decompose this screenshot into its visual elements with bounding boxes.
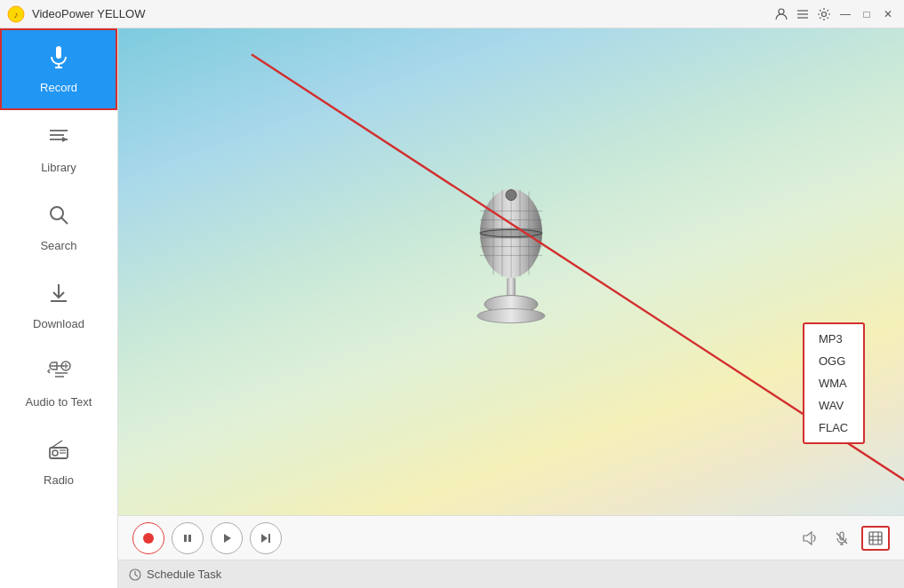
search-icon (46, 203, 71, 234)
next-button[interactable] (250, 522, 282, 554)
svg-line-64 (135, 575, 138, 576)
svg-rect-7 (56, 46, 61, 59)
sidebar-item-search-label: Search (40, 239, 76, 252)
svg-rect-57 (869, 532, 882, 544)
sidebar-item-audio-to-text-label: Audio to Text (26, 395, 92, 409)
volume-button[interactable] (797, 526, 822, 551)
record-button[interactable] (132, 522, 164, 554)
sidebar: Record Library Search (0, 28, 118, 588)
svg-point-43 (477, 309, 545, 323)
radio-icon (46, 437, 71, 468)
user-icon[interactable] (772, 5, 790, 23)
svg-point-2 (779, 9, 784, 14)
record-background: MP3 OGG WMA WAV FLAC (118, 28, 904, 515)
format-button[interactable] (861, 526, 890, 551)
app-logo: ♪ (7, 5, 25, 23)
format-flac[interactable]: FLAC (804, 417, 863, 439)
sidebar-item-search[interactable]: Search (0, 188, 117, 266)
svg-line-25 (52, 441, 62, 448)
content-area: MP3 OGG WMA WAV FLAC (118, 28, 904, 588)
sidebar-item-library[interactable]: Library (0, 110, 117, 188)
svg-point-6 (822, 12, 827, 16)
sidebar-item-radio[interactable]: Radio (0, 423, 117, 501)
app-title: VideoPower YELLOW (32, 7, 772, 20)
format-popup: MP3 OGG WMA WAV FLAC (803, 322, 865, 444)
controls-right (797, 526, 890, 551)
svg-point-22 (52, 450, 58, 456)
svg-text:♪: ♪ (14, 10, 19, 20)
list-icon[interactable] (794, 5, 812, 23)
download-icon (46, 281, 71, 312)
record-icon (46, 44, 71, 75)
svg-marker-49 (224, 534, 231, 543)
controls-bar (118, 515, 904, 560)
play-button[interactable] (211, 522, 243, 554)
pause-button[interactable] (172, 522, 204, 554)
mic-button[interactable] (829, 526, 854, 551)
svg-line-14 (61, 218, 68, 224)
format-mp3[interactable]: MP3 (804, 328, 863, 350)
sidebar-item-download[interactable]: Download (0, 266, 117, 345)
svg-rect-47 (184, 535, 187, 542)
format-wav[interactable]: WAV (804, 394, 863, 417)
svg-line-56 (836, 533, 847, 544)
sidebar-item-record[interactable]: Record (0, 28, 117, 110)
sidebar-item-download-label: Download (33, 317, 84, 330)
close-button[interactable]: ✕ (879, 5, 897, 23)
svg-point-13 (51, 207, 63, 219)
svg-marker-52 (804, 532, 812, 544)
library-icon (46, 124, 71, 155)
svg-point-46 (143, 533, 154, 544)
schedule-label: Schedule Task (147, 568, 221, 581)
schedule-icon (129, 568, 141, 581)
svg-rect-51 (268, 534, 270, 543)
minimize-button[interactable]: — (836, 5, 854, 23)
svg-marker-50 (261, 534, 268, 543)
title-bar: ♪ VideoPower YELLOW — □ ✕ (0, 0, 904, 28)
schedule-bar: Schedule Task (118, 560, 904, 588)
main-layout: Record Library Search (0, 28, 904, 588)
format-ogg[interactable]: OGG (804, 350, 863, 372)
format-wma[interactable]: WMA (804, 372, 863, 394)
sidebar-item-library-label: Library (41, 161, 76, 174)
sidebar-item-audio-to-text[interactable]: Audio to Text (0, 345, 117, 423)
sidebar-item-record-label: Record (40, 81, 77, 94)
settings-icon[interactable] (815, 5, 833, 23)
sidebar-item-radio-label: Radio (44, 473, 74, 487)
svg-rect-48 (188, 535, 191, 542)
svg-point-40 (506, 190, 516, 201)
window-controls: — □ ✕ (772, 5, 897, 23)
maximize-button[interactable]: □ (858, 5, 876, 23)
audio-to-text-icon (46, 359, 71, 390)
microphone-image (458, 185, 564, 330)
